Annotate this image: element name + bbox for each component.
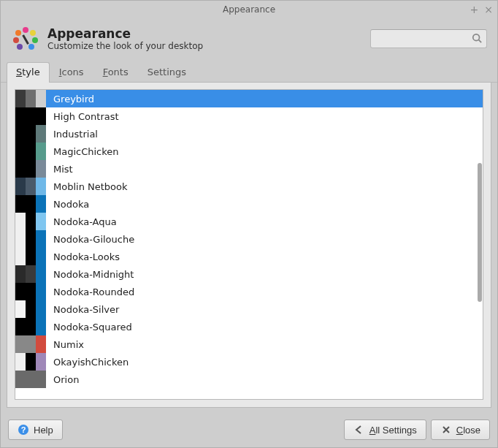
swatch xyxy=(26,213,36,230)
page-subtitle: Customize the look of your desktop xyxy=(47,41,363,51)
swatch xyxy=(36,353,46,371)
all-settings-button[interactable]: All Settings xyxy=(344,419,426,440)
tab-settings[interactable]: Settings xyxy=(138,62,196,82)
swatch xyxy=(15,195,26,213)
theme-row[interactable]: Nodoka-Silver xyxy=(15,300,483,318)
theme-row[interactable]: Nodoka-Midnight xyxy=(15,265,483,283)
theme-row[interactable]: Mist xyxy=(15,160,483,178)
theme-name: Mist xyxy=(53,164,73,175)
theme-swatches xyxy=(15,335,46,353)
help-label: Help xyxy=(34,425,53,436)
theme-name: Nodoka xyxy=(53,199,89,210)
swatch xyxy=(36,107,46,125)
appearance-window: Appearance + × Appearance Customize the … xyxy=(0,0,498,448)
swatch xyxy=(15,230,26,248)
swatch xyxy=(26,265,36,283)
swatch xyxy=(26,160,36,178)
svg-point-3 xyxy=(28,44,34,50)
theme-row[interactable]: Orion xyxy=(15,371,483,388)
swatch xyxy=(36,178,46,195)
theme-row[interactable]: Nodoka-Squared xyxy=(15,318,483,335)
theme-name: Nodoka-Rounded xyxy=(53,286,134,297)
swatch xyxy=(36,125,46,143)
footer: ? Help All Settings Close xyxy=(1,414,497,447)
swatch xyxy=(15,107,26,125)
theme-row[interactable]: Nodoka xyxy=(15,195,483,213)
theme-row[interactable]: Nodoka-Looks xyxy=(15,248,483,265)
swatch xyxy=(26,178,36,195)
theme-swatches xyxy=(15,353,46,371)
swatch xyxy=(26,195,36,213)
theme-name: Nodoka-Aqua xyxy=(53,216,117,227)
scrollbar-thumb[interactable] xyxy=(478,163,482,302)
close-button[interactable]: Close xyxy=(431,419,490,440)
search-input[interactable] xyxy=(370,29,487,48)
theme-row[interactable]: Nodoka-Gilouche xyxy=(15,230,483,248)
theme-swatches xyxy=(15,125,46,143)
swatch xyxy=(26,125,36,143)
theme-name: Nodoka-Squared xyxy=(53,322,132,333)
tab-fonts[interactable]: Fonts xyxy=(93,62,138,82)
tab-content-style: GreybirdHigh ContrastIndustrialMagicChic… xyxy=(7,82,491,408)
help-button[interactable]: ? Help xyxy=(8,419,63,440)
svg-point-6 xyxy=(15,30,21,36)
swatch xyxy=(36,160,46,178)
theme-swatches xyxy=(15,283,46,300)
close-label: Close xyxy=(456,425,480,436)
swatch xyxy=(15,283,26,300)
theme-name: Nodoka-Gilouche xyxy=(53,234,134,245)
swatch xyxy=(15,318,26,335)
swatch xyxy=(26,143,36,160)
swatch xyxy=(36,143,46,160)
swatch xyxy=(36,213,46,230)
swatch xyxy=(26,90,36,107)
swatch xyxy=(26,248,36,265)
theme-row[interactable]: Industrial xyxy=(15,125,483,143)
appearance-icon xyxy=(11,24,40,53)
theme-swatches xyxy=(15,160,46,178)
theme-list[interactable]: GreybirdHigh ContrastIndustrialMagicChic… xyxy=(15,90,483,399)
theme-swatches xyxy=(15,178,46,195)
window-title: Appearance xyxy=(223,4,275,15)
theme-name: Nodoka-Silver xyxy=(53,304,119,315)
swatch xyxy=(15,125,26,143)
swatch xyxy=(15,160,26,178)
close-icon[interactable]: × xyxy=(484,4,493,15)
theme-name: MagicChicken xyxy=(53,146,119,157)
svg-point-0 xyxy=(23,27,28,33)
theme-row[interactable]: Nodoka-Aqua xyxy=(15,213,483,230)
help-icon: ? xyxy=(18,424,29,436)
tab-icons[interactable]: Icons xyxy=(50,62,93,82)
swatch xyxy=(36,300,46,318)
swatch xyxy=(26,318,36,335)
theme-name: Greybird xyxy=(53,94,94,105)
theme-swatches xyxy=(15,143,46,160)
swatch xyxy=(26,283,36,300)
swatch xyxy=(36,265,46,283)
swatch xyxy=(36,195,46,213)
scrollbar[interactable] xyxy=(477,90,483,399)
theme-name: Nodoka-Midnight xyxy=(53,269,134,280)
theme-row[interactable]: MagicChicken xyxy=(15,143,483,160)
theme-row[interactable]: OkayishChicken xyxy=(15,353,483,371)
theme-row[interactable]: Nodoka-Rounded xyxy=(15,283,483,300)
swatch xyxy=(15,353,26,371)
tab-strip: StyleIconsFontsSettings xyxy=(1,62,497,83)
swatch xyxy=(36,230,46,248)
tab-style[interactable]: Style xyxy=(7,62,50,83)
minimize-icon[interactable]: + xyxy=(470,4,479,15)
header: Appearance Customize the look of your de… xyxy=(1,18,497,62)
theme-row[interactable]: High Contrast xyxy=(15,107,483,125)
swatch xyxy=(15,265,26,283)
theme-name: Industrial xyxy=(53,129,98,140)
svg-line-9 xyxy=(479,39,482,42)
svg-text:?: ? xyxy=(21,425,26,434)
theme-name: High Contrast xyxy=(53,111,119,122)
swatch xyxy=(15,335,26,353)
theme-swatches xyxy=(15,371,46,388)
swatch xyxy=(26,300,36,318)
theme-row[interactable]: Greybird xyxy=(15,90,483,107)
theme-name: OkayishChicken xyxy=(53,357,129,368)
theme-row[interactable]: Moblin Netbook xyxy=(15,178,483,195)
theme-row[interactable]: Numix xyxy=(15,335,483,353)
